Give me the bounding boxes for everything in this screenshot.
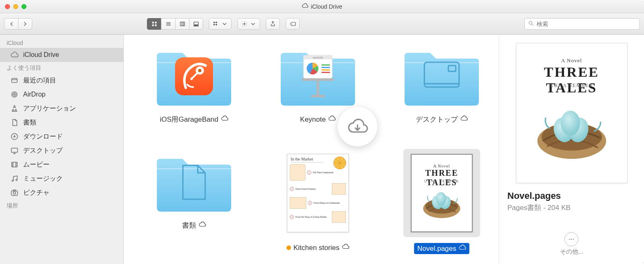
cloud-icon xyxy=(10,50,19,59)
sidebar-item-desktop[interactable]: デスクトップ xyxy=(0,144,123,158)
movies-icon xyxy=(10,160,19,169)
sidebar-item-label: 書類 xyxy=(23,118,36,127)
svg-rect-57 xyxy=(322,69,330,71)
item-label: 書類 xyxy=(182,221,206,230)
preview-more-button[interactable]: その他... xyxy=(560,232,584,256)
music-icon xyxy=(10,174,19,183)
titlebar: iCloud Drive xyxy=(0,0,644,13)
cloud-status-icon xyxy=(342,243,349,252)
svg-rect-5 xyxy=(152,21,154,23)
view-list-button[interactable] xyxy=(161,18,175,30)
sidebar-item-downloads[interactable]: ダウンロード xyxy=(0,130,123,144)
downloads-icon xyxy=(10,132,19,141)
sidebar-item-label: 最近の項目 xyxy=(23,76,56,85)
sidebar-item-icloud-drive[interactable]: iCloud Drive xyxy=(0,48,123,62)
item-label: デスクトップ xyxy=(416,115,468,124)
folder-icon xyxy=(153,43,235,109)
svg-rect-12 xyxy=(180,22,185,26)
svg-rect-15 xyxy=(194,22,199,25)
search-icon xyxy=(528,20,534,28)
folder-item-garageband[interactable]: iOS用GarageBand xyxy=(140,43,248,124)
svg-rect-26 xyxy=(12,78,17,82)
document-thumbnail: A Novel THREE TALES URNA SEMPER xyxy=(411,154,473,232)
svg-line-25 xyxy=(532,24,533,25)
minimize-window-button[interactable] xyxy=(13,4,18,9)
svg-rect-63 xyxy=(448,66,456,71)
svg-text:KEYNOTE: KEYNOTE xyxy=(313,57,323,59)
action-button[interactable] xyxy=(237,18,260,30)
svg-point-67 xyxy=(571,239,572,240)
nav-forward-button[interactable] xyxy=(18,18,32,30)
folder-icon xyxy=(400,43,483,109)
group-button[interactable] xyxy=(209,18,232,30)
svg-point-66 xyxy=(569,239,570,240)
svg-point-43 xyxy=(16,179,17,181)
file-item-novel-pages[interactable]: A Novel THREE TALES URNA SEMPER Novel.pa… xyxy=(388,149,495,254)
svg-point-49 xyxy=(198,69,201,72)
sidebar-item-label: ダウンロード xyxy=(23,132,63,141)
svg-point-29 xyxy=(13,93,16,96)
sidebar-item-label: iCloud Drive xyxy=(23,51,59,59)
sidebar-item-label: アプリケーション xyxy=(23,104,76,113)
view-column-button[interactable] xyxy=(175,18,189,30)
cloud-icon xyxy=(302,2,308,10)
item-label: Keynote xyxy=(300,115,336,124)
pictures-icon xyxy=(10,188,19,197)
sidebar-item-applications[interactable]: アプリケーション xyxy=(0,101,123,116)
sidebar-item-documents[interactable]: 書類 xyxy=(0,116,123,130)
preview-pane: A Novel THREE TALES URNA SEMPER Novel.pa… xyxy=(499,35,644,264)
search-field[interactable] xyxy=(524,18,640,30)
preview-meta: Pages書類 - 204 KB xyxy=(507,203,636,212)
svg-rect-22 xyxy=(215,24,217,25)
svg-rect-8 xyxy=(155,24,156,26)
sidebar-item-music[interactable]: ミュージック xyxy=(0,172,123,186)
svg-rect-61 xyxy=(311,95,325,97)
ellipsis-icon xyxy=(564,232,578,246)
toolbar xyxy=(0,13,644,35)
item-label: Kitchen stories xyxy=(286,243,350,252)
folder-icon: KEYNOTE xyxy=(277,43,359,109)
sidebar-item-pictures[interactable]: ピクチャ xyxy=(0,186,123,200)
svg-rect-35 xyxy=(12,162,17,167)
folder-icon xyxy=(153,149,235,215)
sidebar-item-label: デスクトップ xyxy=(23,146,63,155)
close-window-button[interactable] xyxy=(5,4,10,9)
svg-rect-20 xyxy=(213,24,215,25)
svg-rect-60 xyxy=(317,81,319,96)
item-label: iOS用GarageBand xyxy=(160,115,228,124)
sidebar-item-label: ピクチャ xyxy=(23,189,50,197)
file-item-kitchen-stories[interactable]: In the Market 1Fill Them Cupboards 2Farm… xyxy=(264,149,372,254)
tags-button[interactable] xyxy=(286,18,300,30)
svg-point-42 xyxy=(12,180,13,181)
sidebar-item-label: ミュージック xyxy=(23,174,63,183)
tag-dot-orange xyxy=(286,245,291,250)
sidebar-item-movies[interactable]: ムービー xyxy=(0,158,123,172)
cloud-download-badge[interactable] xyxy=(338,107,377,146)
svg-point-45 xyxy=(13,192,16,194)
svg-rect-6 xyxy=(155,21,156,23)
svg-rect-21 xyxy=(215,21,217,23)
cloud-status-icon xyxy=(459,244,466,253)
airdrop-icon xyxy=(10,90,19,99)
svg-rect-32 xyxy=(12,148,18,152)
nav-back-button[interactable] xyxy=(4,18,18,30)
view-gallery-button[interactable] xyxy=(189,18,203,30)
svg-rect-56 xyxy=(322,67,330,68)
svg-point-23 xyxy=(244,23,245,25)
svg-point-24 xyxy=(529,21,533,24)
svg-rect-18 xyxy=(197,25,199,26)
documents-icon xyxy=(10,118,19,127)
zoom-window-button[interactable] xyxy=(21,4,26,9)
svg-point-28 xyxy=(14,94,15,95)
svg-rect-16 xyxy=(194,25,195,26)
sidebar-item-airdrop[interactable]: AirDrop xyxy=(0,87,123,101)
sidebar-section-favorites: よく使う項目 xyxy=(0,62,123,73)
share-button[interactable] xyxy=(266,18,280,30)
folder-item-documents[interactable]: 書類 xyxy=(140,149,248,254)
svg-rect-7 xyxy=(152,24,154,26)
sidebar-item-recents[interactable]: 最近の項目 xyxy=(0,73,123,87)
search-input[interactable] xyxy=(537,21,636,27)
view-icon-button[interactable] xyxy=(147,18,161,30)
folder-item-desktop[interactable]: デスクトップ xyxy=(388,43,495,124)
file-grid[interactable]: iOS用GarageBand KEYNOTE Keynote xyxy=(124,35,499,264)
